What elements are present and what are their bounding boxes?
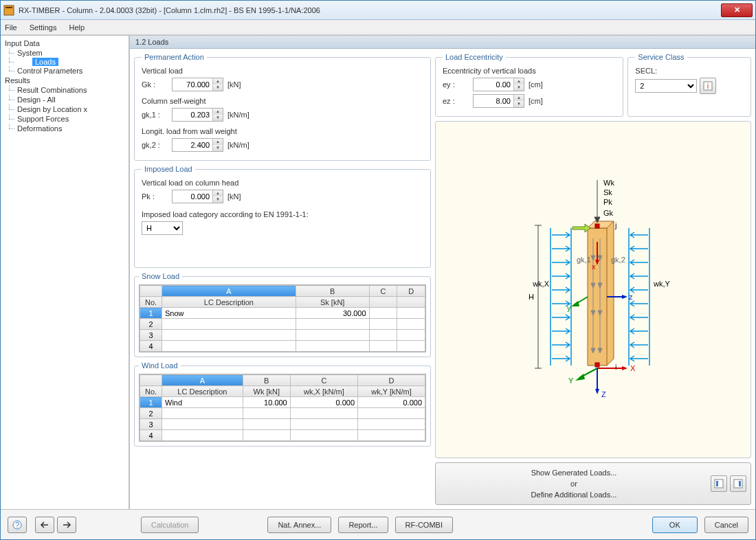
menu-settings[interactable]: Settings (30, 23, 57, 32)
tree-support[interactable]: Support Forces (2, 114, 127, 124)
gen-btn-1[interactable] (711, 475, 727, 492)
report-button[interactable]: Report... (338, 517, 388, 533)
menu-help[interactable]: Help (69, 23, 85, 32)
secl-select[interactable]: 2 (635, 79, 697, 93)
eccentricity-group: Load Eccentricity Eccentricity of vertic… (435, 53, 623, 117)
wind-col-d[interactable]: D (358, 375, 425, 386)
wind-col-b[interactable]: B (243, 375, 290, 386)
tree-loads[interactable]: Loads (32, 58, 58, 66)
tree-results[interactable]: Results (2, 76, 127, 85)
snow-load-legend: Snow Load (139, 272, 182, 280)
cat-label: Imposed load category according to EN 19… (142, 210, 423, 218)
wind-load-legend: Wind Load (139, 361, 181, 370)
ey-symbol: ey : (443, 80, 473, 89)
tree-deform[interactable]: Deformations (2, 124, 127, 133)
wind-h-wk: Wk [kN] (243, 386, 290, 397)
gk1-symbol: gk,1 : (142, 111, 172, 119)
wind-r1-desc[interactable]: Wind (162, 397, 243, 408)
svg-rect-43 (739, 481, 741, 486)
permanent-action-group: Permanent Action Vertical load Gk : ▲▼ [… (134, 53, 431, 161)
snow-r1-sk[interactable]: 30.000 (296, 308, 369, 319)
ok-button[interactable]: OK (652, 517, 698, 533)
wall-weight-label: Longit. load from wall weight (142, 127, 423, 135)
self-weight-label: Column self-weight (142, 97, 423, 105)
help-button[interactable]: ? (8, 517, 27, 533)
gk1-input[interactable] (173, 109, 212, 121)
tree-design-loc[interactable]: Design by Location x (2, 104, 127, 114)
pk-spinner[interactable]: ▲▼ (172, 190, 223, 203)
app-icon (3, 5, 14, 16)
gk2-spinner[interactable]: ▲▼ (172, 138, 223, 152)
ey-unit: [cm] (529, 80, 543, 89)
snow-col-d[interactable]: D (397, 286, 425, 297)
pk-input[interactable] (173, 190, 212, 203)
cancel-button[interactable]: Cancel (704, 517, 748, 533)
wind-row-2[interactable]: 2 (140, 408, 162, 419)
snow-col-c[interactable]: C (369, 286, 397, 297)
close-button[interactable]: ✕ (721, 3, 753, 17)
snow-row-3[interactable]: 3 (140, 330, 162, 341)
snow-row-1[interactable]: 1 (140, 308, 162, 319)
snow-col-a[interactable]: A (162, 286, 296, 297)
prev-button[interactable] (35, 517, 54, 533)
svg-text:Y: Y (568, 376, 574, 385)
define-additional-loads[interactable]: Define Additional Loads... (440, 489, 708, 500)
snow-load-group: Snow Load ABCD No.LC DescriptionSk [kN] … (134, 272, 431, 357)
nat-annex-button[interactable]: Nat. Annex... (267, 517, 331, 533)
gk-input[interactable] (173, 78, 212, 91)
tree-control-params[interactable]: Control Parameters (2, 66, 127, 76)
secl-label: SECL: (635, 67, 744, 75)
ey-input[interactable] (474, 78, 513, 91)
snow-r1-desc[interactable]: Snow (162, 308, 296, 319)
snow-table[interactable]: ABCD No.LC DescriptionSk [kN] 1Snow30.00… (139, 284, 426, 352)
rf-combi-button[interactable]: RF-COMBI (395, 517, 453, 533)
page-title: 1.2 Loads (130, 36, 755, 49)
svg-text:i: i (707, 82, 709, 90)
next-button[interactable] (57, 517, 76, 533)
tree-design-all[interactable]: Design - All (2, 95, 127, 104)
titlebar: RX-TIMBER - Column - 2.04.0003 (32bit) -… (1, 1, 755, 20)
menu-file[interactable]: File (5, 23, 17, 32)
svg-rect-40 (715, 480, 723, 488)
ez-spinner[interactable]: ▲▼ (473, 94, 524, 108)
svg-text:y: y (567, 304, 571, 312)
gk2-input[interactable] (173, 139, 212, 151)
wind-col-a[interactable]: A (162, 375, 243, 386)
tree-system[interactable]: System (2, 48, 127, 58)
svg-text:wk,X: wk,X (532, 280, 550, 288)
pk-unit: [kN] (227, 192, 241, 201)
secl-info-button[interactable]: i (700, 78, 716, 94)
gk1-spinner[interactable]: ▲▼ (172, 108, 223, 122)
gen-btn-2[interactable] (730, 475, 746, 492)
gk-spinner[interactable]: ▲▼ (172, 78, 223, 91)
category-select[interactable]: H (142, 221, 183, 235)
calculation-button[interactable]: Calculation (141, 517, 199, 533)
wind-row-4[interactable]: 4 (140, 430, 162, 441)
ez-unit: [cm] (529, 97, 543, 105)
snow-row-4[interactable]: 4 (140, 341, 162, 352)
snow-col-b[interactable]: B (296, 286, 369, 297)
wind-r1-wky[interactable]: 0.000 (358, 397, 425, 408)
vertical-load-label: Vertical load (142, 67, 423, 75)
svg-text:x: x (592, 262, 596, 271)
window-title: RX-TIMBER - Column - 2.04.0003 (32bit) -… (19, 6, 721, 14)
wind-row-3[interactable]: 3 (140, 419, 162, 430)
wind-table[interactable]: ABCD No.LC DescriptionWk [kN]wk,X [kN/m]… (139, 374, 426, 442)
wind-col-c[interactable]: C (290, 375, 357, 386)
diagram-svg: Wk Sk Pk Gk j i H gk,1 gk,2 (469, 173, 717, 407)
or-label: or (440, 478, 708, 489)
snow-row-2[interactable]: 2 (140, 319, 162, 330)
show-generated-loads[interactable]: Show Generated Loads... (440, 467, 708, 478)
ez-input[interactable] (474, 95, 513, 107)
generated-loads-box: Show Generated Loads... or Define Additi… (435, 462, 751, 505)
eccentricity-legend: Load Eccentricity (443, 53, 506, 61)
wind-r1-wkx[interactable]: 0.000 (290, 397, 357, 408)
tree-input-data[interactable]: Input Data (2, 38, 127, 48)
tree-result-comb[interactable]: Result Combinations (2, 85, 127, 95)
wind-r1-wk[interactable]: 10.000 (243, 397, 290, 408)
svg-text:Z: Z (601, 390, 606, 398)
gk1-unit: [kN/m] (227, 111, 249, 119)
ey-spinner[interactable]: ▲▼ (473, 78, 524, 91)
snow-h-desc: LC Description (162, 297, 296, 308)
wind-row-1[interactable]: 1 (140, 397, 162, 408)
